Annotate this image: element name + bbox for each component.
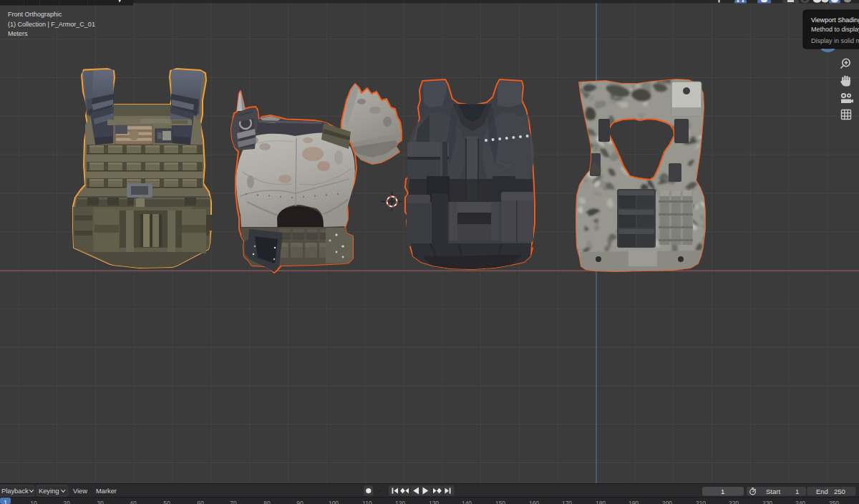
svg-text:190: 190 bbox=[629, 500, 639, 504]
svg-text:70: 70 bbox=[230, 500, 237, 504]
svg-text:Front Orthographic: Front Orthographic bbox=[8, 11, 62, 18]
svg-text:110: 110 bbox=[362, 500, 372, 504]
svg-text:1: 1 bbox=[795, 488, 799, 495]
svg-text:120: 120 bbox=[395, 500, 405, 504]
svg-text:(1) Collection | F_Armor_C_01: (1) Collection | F_Armor_C_01 bbox=[8, 21, 95, 28]
svg-text:170: 170 bbox=[562, 500, 572, 504]
svg-text:250: 250 bbox=[834, 488, 845, 495]
svg-text:210: 210 bbox=[696, 500, 706, 504]
svg-text:Playback: Playback bbox=[1, 488, 29, 495]
svg-text:160: 160 bbox=[529, 500, 539, 504]
svg-text:200: 200 bbox=[662, 500, 672, 504]
svg-text:140: 140 bbox=[462, 500, 472, 504]
svg-text:220: 220 bbox=[729, 500, 739, 504]
svg-text:80: 80 bbox=[263, 500, 271, 504]
svg-text:130: 130 bbox=[429, 500, 439, 504]
svg-text:40: 40 bbox=[130, 500, 137, 504]
svg-text:230: 230 bbox=[762, 500, 772, 504]
svg-text:Meters: Meters bbox=[8, 30, 28, 37]
svg-text:50: 50 bbox=[163, 500, 170, 504]
svg-text:View: View bbox=[73, 488, 87, 495]
svg-text:1: 1 bbox=[721, 488, 724, 495]
svg-text:Marker: Marker bbox=[96, 488, 117, 495]
svg-text:100: 100 bbox=[329, 500, 339, 504]
svg-text:1: 1 bbox=[4, 499, 7, 504]
svg-text:Viewport Shading: Viewport Shading bbox=[811, 16, 859, 24]
svg-text:30: 30 bbox=[97, 500, 104, 504]
svg-text:End: End bbox=[816, 488, 828, 495]
svg-text:Method to display: Method to display bbox=[811, 26, 859, 33]
svg-text:150: 150 bbox=[495, 500, 505, 504]
svg-text:20: 20 bbox=[63, 500, 70, 504]
svg-text:10: 10 bbox=[30, 500, 37, 504]
svg-text:250: 250 bbox=[829, 500, 839, 504]
svg-text:Start: Start bbox=[766, 488, 780, 495]
svg-text:60: 60 bbox=[197, 500, 204, 504]
svg-text:240: 240 bbox=[795, 500, 805, 504]
svg-text:90: 90 bbox=[296, 500, 304, 504]
svg-text:180: 180 bbox=[596, 500, 606, 504]
svg-text:Display in solid m: Display in solid m bbox=[811, 37, 859, 44]
svg-text:Keying: Keying bbox=[39, 488, 59, 495]
